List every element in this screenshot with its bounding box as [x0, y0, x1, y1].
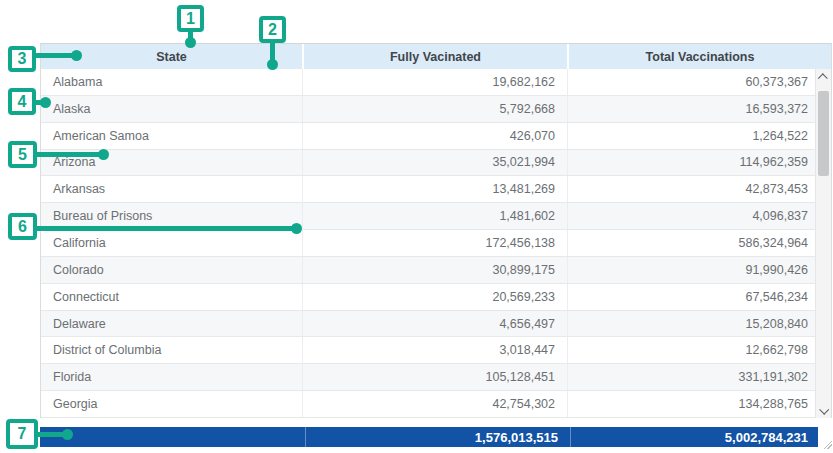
callout-4-dot [40, 97, 51, 108]
callout-7-dot [62, 429, 73, 440]
fully-vaccinated-cell: 35,021,994 [302, 150, 567, 176]
total-vaccinations-cell: 134,288,765 [567, 391, 816, 417]
column-header-total-vaccinations[interactable]: Total Vaccinations [567, 44, 831, 69]
fully-vaccinated-cell: 1,481,602 [302, 203, 567, 229]
state-cell: Arkansas [41, 182, 302, 196]
state-cell: Colorado [41, 263, 302, 277]
total-vaccinations-cell: 4,096,837 [567, 203, 816, 229]
total-vaccinations-cell: 12,662,798 [567, 337, 816, 363]
total-vaccinations-cell: 16,593,372 [567, 96, 816, 122]
table-row[interactable]: Alaska 5,792,668 16,593,372 [41, 96, 816, 123]
total-vaccinations-cell: 42,873,453 [567, 176, 816, 202]
summary-state-cell [40, 427, 305, 447]
total-vaccinations-cell: 1,264,522 [567, 123, 816, 149]
resize-grip-icon[interactable] [823, 440, 832, 449]
fully-vaccinated-cell: 42,754,302 [302, 391, 567, 417]
state-cell: District of Columbia [41, 343, 302, 357]
table-row[interactable]: Colorado 30,899,175 91,990,426 [41, 257, 816, 284]
callout-6: 6 [8, 213, 37, 240]
callout-6-dot [291, 223, 302, 234]
fully-vaccinated-cell: 172,456,138 [302, 230, 567, 256]
callout-2: 2 [259, 16, 286, 43]
chevron-down-icon [819, 404, 829, 414]
summary-fully-vaccinated-total: 1,576,013,515 [305, 427, 570, 447]
state-cell: Alaska [41, 102, 302, 116]
fully-vaccinated-cell: 30,899,175 [302, 257, 567, 283]
scroll-up-button[interactable] [816, 69, 831, 85]
state-cell: California [41, 236, 302, 250]
summary-row: 1,576,013,515 5,002,784,231 [40, 427, 818, 447]
table-row[interactable]: American Samoa 426,070 1,264,522 [41, 123, 816, 150]
scroll-down-button[interactable] [816, 402, 831, 418]
callout-2-dot [267, 59, 278, 70]
table-body: Alabama 19,682,162 60,373,367 Alaska 5,7… [41, 69, 816, 418]
fully-vaccinated-cell: 19,682,162 [302, 69, 567, 95]
callout-5: 5 [8, 141, 37, 168]
table-row[interactable]: Arkansas 13,481,269 42,873,453 [41, 176, 816, 203]
fully-vaccinated-cell: 4,656,497 [302, 311, 567, 337]
scrollbar-thumb[interactable] [818, 91, 829, 176]
total-vaccinations-cell: 114,962,359 [567, 150, 816, 176]
total-vaccinations-cell: 586,324,964 [567, 230, 816, 256]
callout-3-dot [71, 50, 82, 61]
vaccination-table-screen: State Fully Vacinated Total Vaccinations… [0, 0, 833, 453]
table-row[interactable]: Delaware 4,656,497 15,208,840 [41, 311, 816, 338]
table-row[interactable]: Arizona 35,021,994 114,962,359 [41, 150, 816, 177]
state-cell: Arizona [41, 155, 302, 169]
column-header-fully-vaccinated[interactable]: Fully Vacinated [302, 44, 567, 69]
summary-total-vaccinations-total: 5,002,784,231 [570, 427, 818, 447]
table-row[interactable]: Georgia 42,754,302 134,288,765 [41, 391, 816, 418]
table-row[interactable]: California 172,456,138 586,324,964 [41, 230, 816, 257]
state-cell: Florida [41, 370, 302, 384]
state-cell: Alabama [41, 75, 302, 89]
callout-3: 3 [8, 46, 36, 72]
state-cell: Georgia [41, 397, 302, 411]
state-cell: Bureau of Prisons [41, 209, 302, 223]
callout-5-dot [98, 149, 109, 160]
fully-vaccinated-cell: 5,792,668 [302, 96, 567, 122]
fully-vaccinated-cell: 426,070 [302, 123, 567, 149]
chevron-up-icon [818, 73, 828, 83]
callout-5-line [34, 152, 104, 157]
callout-1: 1 [177, 5, 204, 32]
total-vaccinations-cell: 60,373,367 [567, 69, 816, 95]
fully-vaccinated-cell: 3,018,447 [302, 337, 567, 363]
fully-vaccinated-cell: 13,481,269 [302, 176, 567, 202]
total-vaccinations-cell: 67,546,234 [567, 284, 816, 310]
table-row[interactable]: Connecticut 20,569,233 67,546,234 [41, 284, 816, 311]
vertical-scrollbar[interactable] [815, 69, 831, 418]
callout-4: 4 [8, 88, 36, 115]
table-row[interactable]: Alabama 19,682,162 60,373,367 [41, 69, 816, 96]
table-header-row: State Fully Vacinated Total Vaccinations [41, 44, 831, 69]
table-row[interactable]: District of Columbia 3,018,447 12,662,79… [41, 337, 816, 364]
table-row[interactable]: Florida 105,128,451 331,191,302 [41, 364, 816, 391]
callout-6-line [34, 226, 297, 231]
callout-7: 7 [6, 419, 38, 449]
state-cell: Delaware [41, 317, 302, 331]
total-vaccinations-cell: 91,990,426 [567, 257, 816, 283]
fully-vaccinated-cell: 20,569,233 [302, 284, 567, 310]
total-vaccinations-cell: 331,191,302 [567, 364, 816, 390]
state-cell: American Samoa [41, 129, 302, 143]
callout-1-dot [185, 37, 196, 48]
total-vaccinations-cell: 15,208,840 [567, 311, 816, 337]
state-cell: Connecticut [41, 290, 302, 304]
fully-vaccinated-cell: 105,128,451 [302, 364, 567, 390]
